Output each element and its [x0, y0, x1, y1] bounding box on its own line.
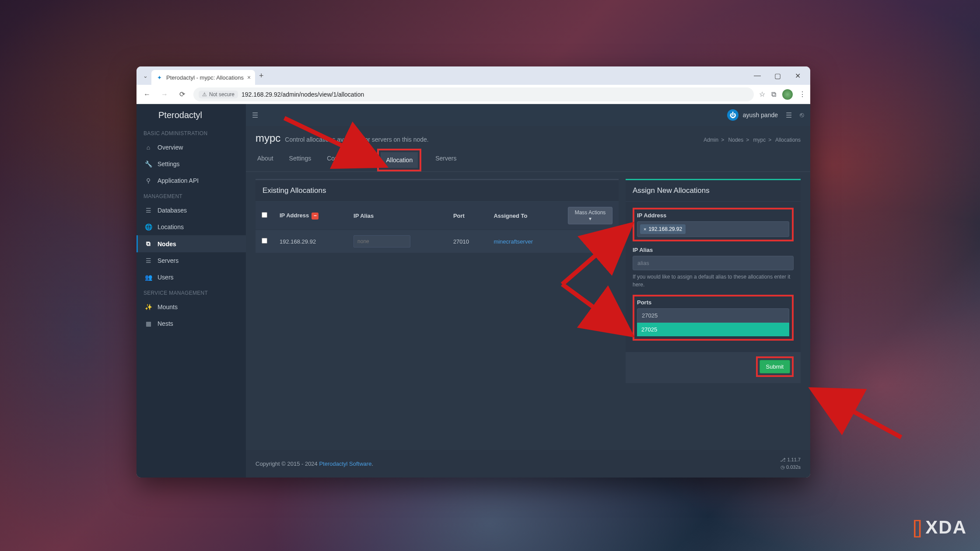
ip-tag: ×192.168.29.92: [640, 224, 686, 234]
ports-label: Ports: [637, 299, 789, 306]
brand-label: Pterodactyl: [136, 104, 246, 126]
ports-input[interactable]: [637, 308, 789, 323]
ip-alias-label: IP Alias: [633, 247, 794, 253]
ip-alias-hint: If you would like to assign a default al…: [633, 273, 794, 289]
tablist-dropdown[interactable]: ⌄: [139, 73, 151, 79]
nav-section-svc: SERVICE MANAGEMENT: [136, 286, 246, 299]
browser-tab[interactable]: ✦ Pterodactyl - mypc: Allocations ×: [151, 70, 255, 85]
ip-alias-input[interactable]: [633, 256, 794, 270]
remove-tag-icon[interactable]: ×: [644, 227, 646, 232]
highlight-allocation-tab: Allocation: [377, 149, 421, 171]
highlight-submit: Submit: [756, 356, 794, 377]
th-large-icon: ▦: [144, 320, 152, 327]
topbar: ☰ ⏻ ayush pande ☰ ⎋: [246, 104, 810, 126]
security-pill[interactable]: ⚠ Not secure: [199, 91, 238, 98]
ip-address-label: IP Address: [637, 212, 789, 219]
nav-back-icon[interactable]: ←: [141, 88, 153, 101]
window-maximize[interactable]: ▢: [767, 66, 788, 85]
alias-input[interactable]: [354, 235, 410, 248]
ip-address-field[interactable]: ×192.168.29.92: [637, 221, 789, 237]
footer-link[interactable]: Pterodactyl Software: [319, 460, 371, 467]
app-root: Pterodactyl BASIC ADMINISTRATION ⌂Overvi…: [136, 104, 810, 478]
nav-reload-icon[interactable]: ⟳: [176, 88, 188, 101]
magic-icon: ✨: [144, 303, 152, 310]
sidebar-item-settings[interactable]: 🔧Settings: [136, 156, 246, 172]
remove-ip-badge[interactable]: −: [312, 213, 318, 220]
existing-title: Existing Allocations: [256, 180, 619, 202]
mass-actions-button[interactable]: Mass Actions ▾: [568, 207, 612, 224]
bookmark-star-icon[interactable]: ☆: [759, 90, 765, 98]
tab-title: Pterodactyl - mypc: Allocations: [166, 74, 244, 81]
window-minimize[interactable]: ―: [747, 66, 767, 85]
table-row: 192.168.29.92 27010 minecraftserver: [256, 230, 619, 253]
window-close[interactable]: ✕: [788, 66, 808, 85]
col-alias: IP Alias: [347, 202, 447, 230]
assigned-server-link[interactable]: minecraftserver: [494, 238, 533, 245]
crumb-admin[interactable]: Admin: [704, 137, 718, 143]
user-menu[interactable]: ⏻ ayush pande: [727, 109, 778, 121]
profile-avatar[interactable]: [782, 89, 793, 100]
clock-icon: ◷: [780, 464, 785, 470]
sidebar-item-nests[interactable]: ▦Nests: [136, 315, 246, 332]
sidebar-item-nodes[interactable]: ⧉Nodes: [136, 235, 246, 252]
tab-configuration[interactable]: Configuration: [325, 150, 365, 171]
sidebar-item-databases[interactable]: ☰Databases: [136, 202, 246, 219]
sidebar-item-api[interactable]: ⚲Application API: [136, 172, 246, 189]
cell-port: 27010: [447, 230, 488, 253]
highlight-ip-address: IP Address ×192.168.29.92: [633, 208, 794, 241]
existing-allocations-panel: Existing Allocations IP Address− IP Alia…: [256, 179, 619, 253]
home-icon: ⌂: [144, 144, 152, 151]
url-field[interactable]: ⚠ Not secure 192.168.29.92/admin/nodes/v…: [193, 87, 754, 101]
address-bar: ← → ⟳ ⚠ Not secure 192.168.29.92/admin/n…: [136, 85, 810, 104]
sidebar: Pterodactyl BASIC ADMINISTRATION ⌂Overvi…: [136, 104, 246, 478]
globe-icon: 🌐: [144, 223, 152, 230]
allocations-table: IP Address− IP Alias Port Assigned To Ma…: [256, 202, 619, 253]
sitemap-icon: ⧉: [144, 240, 152, 248]
assign-title: Assign New Allocations: [626, 180, 801, 202]
assign-allocations-panel: Assign New Allocations IP Address ×192.1…: [626, 179, 801, 383]
database-icon: ☰: [144, 207, 152, 214]
row-checkbox[interactable]: [262, 238, 267, 244]
main-column: ☰ ⏻ ayush pande ☰ ⎋ mypc Control allocat…: [246, 104, 810, 478]
footer: Copyright © 2015 - 2024 Pterodactyl Soft…: [246, 450, 810, 478]
sidebar-toggle-icon[interactable]: ☰: [252, 111, 258, 119]
branch-icon: ⎇: [780, 457, 786, 462]
col-assigned: Assigned To: [487, 202, 562, 230]
crumb-node[interactable]: mypc: [753, 137, 766, 143]
xda-watermark: []XDA: [913, 517, 967, 538]
tab-nav: About Settings Configuration Allocation …: [246, 144, 810, 172]
submit-button[interactable]: Submit: [760, 360, 790, 373]
sidebar-item-servers[interactable]: ☰Servers: [136, 252, 246, 269]
ports-suggestion[interactable]: 27025: [637, 323, 789, 336]
browser-titlebar: ⌄ ✦ Pterodactyl - mypc: Allocations × + …: [136, 66, 810, 85]
sidebar-item-mounts[interactable]: ✨Mounts: [136, 299, 246, 315]
tab-about[interactable]: About: [256, 150, 275, 171]
wrench-icon: 🔧: [144, 160, 152, 167]
crumb-nodes[interactable]: Nodes: [728, 137, 744, 143]
select-all-checkbox[interactable]: [262, 212, 267, 218]
tab-close-icon[interactable]: ×: [247, 74, 251, 81]
nav-section-mgmt: MANAGEMENT: [136, 189, 246, 202]
tab-settings[interactable]: Settings: [287, 150, 313, 171]
tab-allocation[interactable]: Allocation: [381, 152, 418, 168]
sidebar-item-overview[interactable]: ⌂Overview: [136, 139, 246, 156]
crumb-current: Allocations: [775, 137, 801, 143]
highlight-ports: Ports 27025: [633, 295, 794, 341]
layers-icon[interactable]: ☰: [786, 111, 792, 119]
nav-section-basic: BASIC ADMINISTRATION: [136, 126, 246, 139]
logout-icon[interactable]: ⎋: [800, 111, 804, 119]
url-text: 192.168.29.92/admin/nodes/view/1/allocat…: [242, 91, 749, 98]
page-title: mypc: [256, 132, 280, 144]
browser-window: ⌄ ✦ Pterodactyl - mypc: Allocations × + …: [136, 66, 810, 478]
col-ip: IP Address−: [273, 202, 347, 230]
power-icon: ⏻: [727, 109, 738, 121]
sidebar-item-users[interactable]: 👥Users: [136, 269, 246, 286]
tab-servers[interactable]: Servers: [434, 150, 458, 171]
sidebar-item-locations[interactable]: 🌐Locations: [136, 219, 246, 235]
nav-forward-icon: →: [158, 88, 171, 101]
extensions-icon[interactable]: ⧉: [771, 91, 776, 98]
cell-ip: 192.168.29.92: [273, 230, 347, 253]
breadcrumb: Admin> Nodes> mypc> Allocations: [704, 137, 801, 144]
browser-menu-icon[interactable]: ⋮: [799, 90, 806, 98]
new-tab-button[interactable]: +: [255, 71, 267, 80]
